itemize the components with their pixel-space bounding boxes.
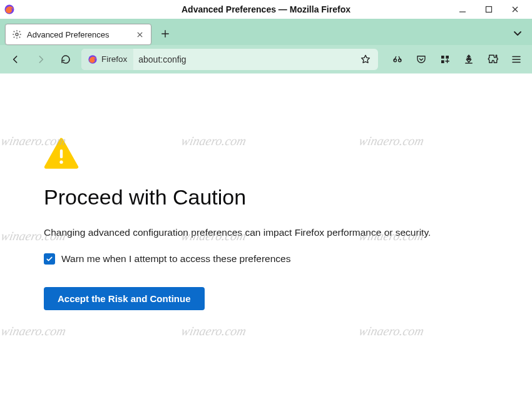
accept-risk-button[interactable]: Accept the Risk and Continue	[44, 287, 205, 310]
pocket-button[interactable]	[412, 50, 431, 69]
tab-close-button[interactable]	[135, 29, 145, 39]
page-content: Proceed with Caution Changing advanced c…	[0, 74, 532, 310]
gear-icon	[12, 29, 22, 39]
bookmark-star-button[interactable]	[358, 52, 373, 67]
window-titlebar: Advanced Preferences — Mozilla Firefox	[0, 0, 532, 19]
toolbar-right	[388, 50, 526, 69]
tab-advanced-preferences[interactable]: Advanced Preferences	[5, 24, 151, 45]
warn-checkbox[interactable]	[44, 253, 55, 265]
forward-button[interactable]	[31, 50, 50, 69]
back-button[interactable]	[6, 50, 25, 69]
svg-rect-10	[60, 149, 63, 158]
page-description: Changing advanced configuration preferen…	[44, 227, 532, 238]
new-tab-button[interactable]	[154, 23, 176, 45]
svg-point-11	[59, 161, 63, 164]
window-title: Advanced Preferences — Mozilla Firefox	[0, 4, 532, 14]
watermark: winaero.com	[0, 324, 68, 338]
tab-strip: Advanced Preferences	[0, 19, 532, 45]
reload-button[interactable]	[56, 50, 75, 69]
warn-checkbox-row[interactable]: Warn me when I attempt to access these p…	[44, 253, 532, 265]
firefox-icon	[88, 54, 98, 64]
svg-point-3	[16, 33, 18, 36]
svg-rect-9	[441, 60, 444, 63]
warning-triangle-icon	[44, 136, 79, 171]
addons-grid-button[interactable]	[436, 50, 454, 69]
downloads-button[interactable]	[459, 50, 478, 69]
screenshot-button[interactable]	[388, 50, 407, 69]
warn-checkbox-label: Warn me when I attempt to access these p…	[61, 253, 290, 265]
app-menu-button[interactable]	[507, 50, 526, 69]
navigation-toolbar: Firefox about:config	[0, 45, 532, 74]
watermark: winaero.com	[180, 324, 248, 338]
tabs-dropdown-button[interactable]	[508, 24, 527, 43]
svg-rect-8	[446, 56, 449, 59]
url-bar[interactable]: Firefox about:config	[81, 49, 378, 70]
identity-chip[interactable]: Firefox	[81, 49, 133, 70]
identity-chip-label: Firefox	[101, 54, 127, 64]
watermark: winaero.com	[358, 324, 426, 338]
tab-label: Advanced Preferences	[27, 30, 130, 39]
svg-rect-7	[441, 56, 444, 59]
url-text[interactable]: about:config	[133, 54, 358, 64]
page-heading: Proceed with Caution	[44, 185, 532, 210]
extensions-button[interactable]	[483, 50, 502, 69]
